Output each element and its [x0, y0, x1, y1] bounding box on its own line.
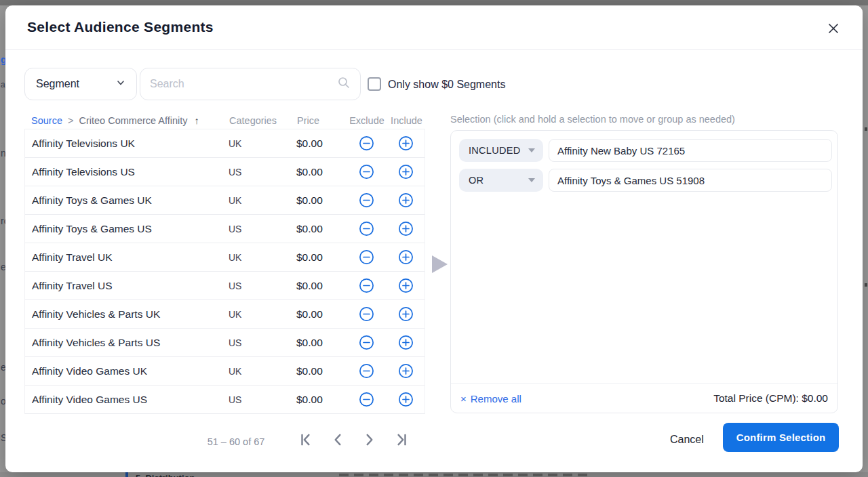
- segment-price: $0.00: [296, 223, 345, 235]
- segment-name: Affinity Vehicles & Parts US: [25, 337, 229, 349]
- exclude-button[interactable]: [358, 249, 374, 266]
- segment-category: US: [229, 224, 296, 234]
- background-text-fragment: er: [1, 362, 5, 373]
- chevron-down-icon: [528, 178, 535, 182]
- background-text-fragment: al:: [1, 80, 5, 89]
- segment-category: US: [229, 394, 296, 405]
- search-input[interactable]: [150, 78, 337, 90]
- exclude-button[interactable]: [358, 221, 374, 237]
- previous-page-button[interactable]: [330, 432, 345, 449]
- operator-value: INCLUDED: [469, 145, 528, 156]
- selection-panel: INCLUDED Affinity New Baby US 72165 OR A…: [450, 130, 838, 413]
- first-page-icon: [298, 439, 313, 449]
- close-x-icon: [827, 26, 840, 37]
- selected-segment-name: Affinity Toys & Games US 51908: [549, 169, 832, 192]
- background-text-fragment: S: [1, 432, 5, 443]
- column-header-categories: Categories: [229, 115, 297, 126]
- background-section-title: 5. Distribution: [136, 473, 195, 477]
- segment-name: Affinity Vehicles & Parts UK: [25, 308, 229, 320]
- segment-category: UK: [229, 138, 296, 149]
- segment-price: $0.00: [296, 251, 345, 264]
- dialog-header: Select Audience Segments: [5, 5, 863, 50]
- search-field: [140, 68, 361, 100]
- plus-circle-icon: [398, 228, 414, 239]
- background-artifact: [865, 283, 867, 287]
- confirm-selection-button[interactable]: Confirm Selection: [723, 423, 839, 452]
- include-button[interactable]: [398, 192, 414, 209]
- column-header-price: Price: [297, 115, 346, 126]
- breadcrumb: Source > Criteo Commerce Affinity ↑: [24, 115, 229, 126]
- plus-circle-icon: [398, 371, 414, 381]
- exclude-button[interactable]: [358, 392, 374, 408]
- exclude-button[interactable]: [358, 278, 374, 294]
- include-button[interactable]: [398, 164, 414, 180]
- segment-price: $0.00: [296, 337, 345, 349]
- operator-dropdown[interactable]: INCLUDED: [459, 139, 543, 162]
- exclude-button[interactable]: [358, 136, 374, 152]
- plus-circle-icon: [398, 399, 414, 409]
- exclude-button[interactable]: [358, 192, 374, 209]
- segment-row: Affinity Vehicles & Parts UK UK $0.00: [25, 300, 425, 329]
- segment-category: US: [229, 337, 296, 348]
- include-button[interactable]: [398, 363, 414, 379]
- minus-circle-icon: [359, 371, 374, 381]
- segment-price: $0.00: [296, 308, 345, 320]
- exclude-button[interactable]: [358, 306, 374, 323]
- selection-item[interactable]: OR Affinity Toys & Games US 51908: [459, 169, 832, 192]
- segment-type-dropdown[interactable]: Segment: [24, 68, 137, 100]
- include-button[interactable]: [398, 392, 414, 408]
- include-button[interactable]: [398, 249, 414, 266]
- include-button[interactable]: [398, 306, 414, 323]
- segment-price: $0.00: [296, 394, 345, 406]
- minus-circle-icon: [359, 143, 374, 153]
- include-button[interactable]: [398, 221, 414, 237]
- include-button[interactable]: [398, 278, 414, 294]
- previous-page-icon: [330, 439, 345, 449]
- segment-name: Affinity Toys & Games US: [25, 223, 229, 235]
- exclude-button[interactable]: [358, 335, 374, 351]
- segment-category: UK: [229, 366, 296, 377]
- selection-item[interactable]: INCLUDED Affinity New Baby US 72165: [459, 139, 832, 162]
- plus-circle-icon: [398, 200, 414, 210]
- segment-price: $0.00: [296, 138, 345, 150]
- segment-type-value: Segment: [36, 78, 116, 90]
- plus-circle-icon: [398, 171, 414, 182]
- remove-all-label: Remove all: [471, 393, 521, 405]
- next-page-button[interactable]: [362, 432, 377, 449]
- minus-circle-icon: [359, 285, 374, 295]
- last-page-button[interactable]: [394, 432, 409, 449]
- dialog-title: Select Audience Segments: [27, 19, 214, 35]
- sort-ascending-icon[interactable]: ↑: [195, 115, 199, 126]
- include-button[interactable]: [398, 136, 414, 152]
- only-zero-segments-label: Only show $0 Segments: [388, 79, 505, 91]
- plus-circle-icon: [398, 285, 414, 295]
- close-button[interactable]: [826, 22, 841, 37]
- minus-circle-icon: [359, 342, 374, 352]
- segment-row: Affinity Televisions UK UK $0.00: [25, 129, 425, 158]
- minus-circle-icon: [359, 228, 374, 239]
- breadcrumb-source-link[interactable]: Source: [31, 115, 62, 126]
- cancel-button[interactable]: Cancel: [670, 434, 704, 446]
- total-price: Total Price (CPM): $0.00: [713, 392, 828, 405]
- exclude-button[interactable]: [358, 164, 374, 180]
- include-button[interactable]: [398, 335, 414, 351]
- only-zero-segments-checkbox[interactable]: [368, 77, 381, 91]
- segment-price: $0.00: [296, 166, 345, 178]
- chevron-down-icon: [116, 78, 125, 90]
- minus-circle-icon: [359, 257, 374, 267]
- background-text-fragment: g: [1, 54, 5, 65]
- segment-price: $0.00: [296, 280, 345, 292]
- operator-dropdown[interactable]: OR: [459, 169, 543, 192]
- triangle-right-icon[interactable]: [432, 255, 448, 273]
- exclude-button[interactable]: [358, 363, 374, 379]
- background-page-fragments: gal:nroeeroS: [0, 0, 5, 477]
- segment-row: Affinity Toys & Games US US $0.00: [25, 215, 425, 243]
- remove-all-button[interactable]: × Remove all: [460, 393, 521, 405]
- segment-name: Affinity Televisions UK: [25, 138, 229, 150]
- background-text-fragment: n: [1, 148, 5, 159]
- breadcrumb-separator: >: [68, 115, 73, 126]
- select-audience-segments-dialog: Select Audience Segments Segment Only sh…: [5, 5, 863, 472]
- first-page-button[interactable]: [298, 432, 313, 449]
- segment-name: Affinity Video Games UK: [25, 365, 229, 377]
- segment-category: US: [229, 281, 296, 291]
